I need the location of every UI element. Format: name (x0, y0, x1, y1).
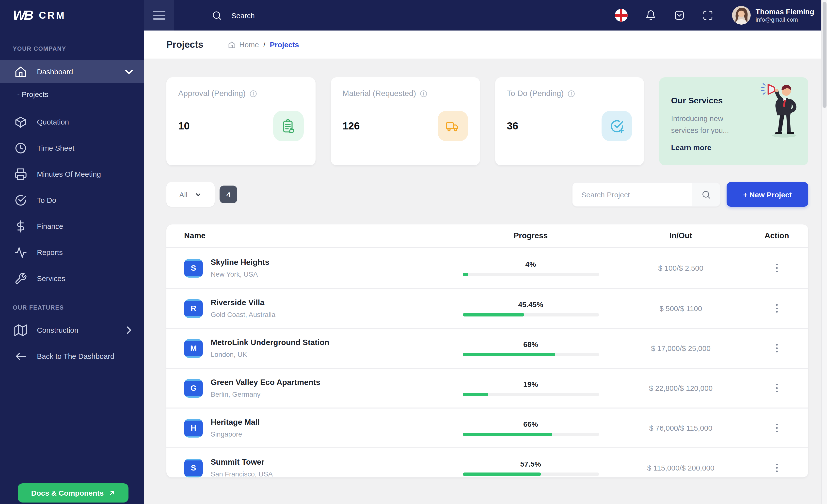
page-title: Projects (166, 39, 203, 50)
fullscreen-icon[interactable] (702, 10, 713, 21)
project-avatar: S (184, 259, 203, 278)
row-actions-kebab-button[interactable] (773, 341, 781, 356)
progress-percent: 45.45% (518, 300, 543, 309)
search-icon[interactable] (692, 183, 720, 206)
avatar-letter: S (191, 263, 196, 272)
stat-card-todo: To Do (Pending) 36 (495, 77, 644, 165)
sidebar-item-to-do[interactable]: To Do (0, 187, 144, 213)
column-header-progress: Progress (457, 231, 604, 240)
topbar-icons: Thomas Fleming info@gmail.com (615, 6, 821, 24)
avatar-letter: H (191, 423, 196, 433)
truck-icon (437, 111, 468, 141)
column-header-inout: In/Out (604, 231, 757, 240)
sidebar-item-services[interactable]: Services (0, 265, 144, 291)
sidebar-item-projects[interactable]: - Projects (0, 83, 144, 106)
avatar-letter: S (191, 463, 196, 472)
project-avatar: G (184, 379, 203, 397)
chevron-down-icon (194, 191, 202, 198)
breadcrumb-home-link[interactable]: Home (228, 40, 259, 49)
filter-count-badge: 4 (220, 186, 237, 203)
brand-mark: WB (13, 8, 32, 23)
project-search-input[interactable] (573, 183, 692, 206)
docs-components-button[interactable]: Docs & Components (18, 483, 129, 503)
project-avatar: R (184, 299, 203, 318)
brand-logo[interactable]: WB CRM (0, 0, 144, 31)
breadcrumb-separator: / (263, 40, 265, 49)
progress-fill (463, 433, 552, 436)
project-search (572, 182, 721, 207)
sidebar-item-label: To Do (37, 196, 135, 204)
sidebar-item-label: Back to The Dashboard (37, 352, 135, 360)
sidebar-item-dashboard[interactable]: Dashboard (0, 60, 144, 83)
progress-fill (463, 472, 541, 476)
stat-label: To Do (Pending) (507, 89, 564, 98)
cube-icon (14, 115, 27, 128)
sidebar-item-finance[interactable]: Finance (0, 213, 144, 239)
stat-cards-row: Approval (Pending) 10 Material (166, 77, 808, 165)
table-body: S Skyline Heights New York, USA 4% $ 100… (166, 248, 808, 477)
mail-icon[interactable] (674, 10, 685, 21)
row-actions-kebab-button[interactable] (773, 421, 781, 435)
sidebar-item-construction[interactable]: Construction (0, 317, 144, 343)
sidebar-section-company: YOUR COMPANY (13, 45, 144, 52)
global-search-input[interactable] (230, 11, 339, 20)
breadcrumb-home-label: Home (239, 40, 259, 49)
sidebar-item-label: Services (37, 274, 135, 283)
sidebar-item-label: Time Sheet (37, 144, 135, 152)
sidebar-item-label: Construction (37, 326, 113, 334)
sidebar-item-time-sheet[interactable]: Time Sheet (0, 135, 144, 161)
activity-icon (14, 246, 27, 259)
project-name: MetroLink Underground Station (211, 337, 329, 348)
progress-percent: 57.5% (520, 460, 541, 468)
row-actions-kebab-button[interactable] (773, 301, 781, 316)
chevron-right-icon (123, 323, 135, 337)
progress-bar (463, 433, 599, 436)
table-header: Name Progress In/Out Action (166, 224, 808, 248)
progress-percent: 19% (523, 380, 538, 388)
sidebar-item-label: Reports (37, 248, 135, 256)
hamburger-menu-button[interactable] (144, 0, 174, 31)
project-avatar: S (184, 458, 203, 477)
progress-percent: 66% (523, 420, 538, 428)
info-icon[interactable] (420, 90, 427, 97)
arrow-left-icon (14, 350, 27, 362)
docs-components-label: Docs & Components (31, 489, 104, 497)
stat-value: 126 (343, 120, 360, 132)
bell-icon[interactable] (645, 10, 656, 21)
row-actions-kebab-button[interactable] (773, 261, 781, 275)
avatar-letter: R (191, 304, 196, 313)
table-row: G Green Valley Eco Apartments Berlin, Ge… (166, 368, 808, 408)
printer-icon (14, 167, 27, 181)
check-plus-icon (602, 111, 632, 141)
info-icon[interactable] (250, 90, 257, 97)
filter-all-label: All (179, 190, 187, 199)
new-project-button[interactable]: + New Project (727, 182, 808, 207)
table-row: M MetroLink Underground Station London, … (166, 328, 808, 368)
sidebar-item-quotation[interactable]: Quotation (0, 109, 144, 135)
info-icon[interactable] (568, 90, 575, 97)
filter-all-dropdown[interactable]: All (166, 182, 214, 207)
sidebar-item-back-to-dashboard[interactable]: Back to The Dashboard (0, 343, 144, 369)
sidebar-item-minutes-of-meeting[interactable]: Minutes Of Meeting (0, 161, 144, 187)
row-actions-kebab-button[interactable] (773, 381, 781, 396)
avatar (732, 6, 751, 24)
user-email: info@gmail.com (756, 16, 814, 23)
language-flag-icon[interactable] (615, 9, 628, 22)
app-root: WB CRM YOUR COMPANY Dashboard - Projects… (0, 0, 827, 504)
inout-value: $ 500/$ 1100 (604, 304, 757, 312)
scrollbar-thumb[interactable] (823, 2, 827, 108)
user-menu[interactable]: Thomas Fleming info@gmail.com (732, 6, 821, 24)
progress-bar (463, 273, 599, 276)
learn-more-link[interactable]: Learn more (671, 143, 711, 152)
breadcrumb-current: Projects (270, 40, 299, 49)
services-promo-card: Our Services Introducing new services fo… (660, 77, 809, 165)
megaphone-man-illustration (758, 83, 804, 138)
sidebar-item-reports[interactable]: Reports (0, 239, 144, 265)
project-name: Summit Tower (211, 457, 273, 467)
progress-bar (463, 472, 599, 476)
row-actions-kebab-button[interactable] (773, 461, 781, 475)
topbar: Thomas Fleming info@gmail.com (144, 0, 821, 31)
stat-card-approval: Approval (Pending) 10 (166, 77, 315, 165)
progress-bar (463, 353, 599, 356)
page-scrollbar[interactable] (821, 0, 827, 504)
